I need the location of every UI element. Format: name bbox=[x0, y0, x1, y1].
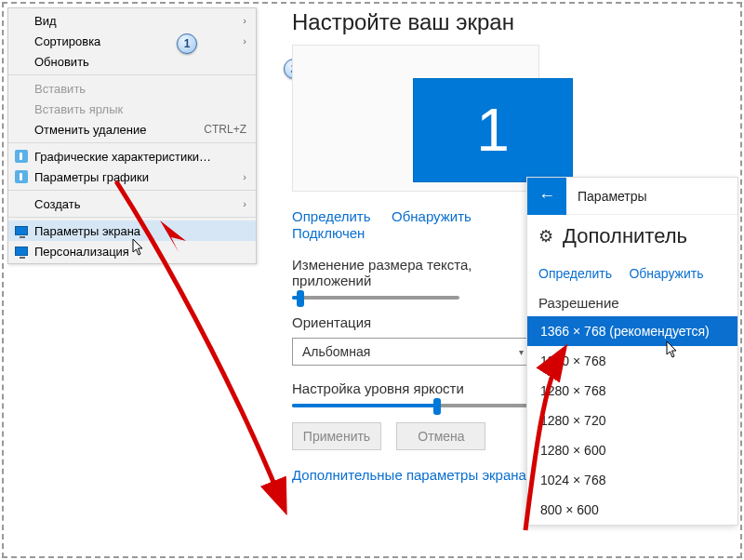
identify-link[interactable]: Определить bbox=[292, 208, 371, 224]
settings-icon bbox=[14, 149, 29, 164]
context-menu-item[interactable]: Сортировка› bbox=[8, 31, 256, 51]
brightness-label: Настройка уровня яркости bbox=[292, 380, 539, 396]
resolution-option[interactable]: 800 × 600 bbox=[527, 495, 737, 525]
context-menu-item[interactable]: Вид› bbox=[8, 10, 256, 31]
scale-label: Изменение размера текста, приложений bbox=[292, 257, 539, 288]
flyout-identify-link[interactable]: Определить bbox=[538, 266, 612, 281]
context-menu-item-label: Сортировка bbox=[34, 34, 243, 48]
context-menu-item-label: Графические характеристики… bbox=[34, 150, 246, 164]
monitor-tile-1[interactable]: 1 bbox=[414, 79, 572, 181]
cursor-icon bbox=[666, 340, 679, 359]
separator bbox=[8, 217, 256, 218]
context-menu-item-label: Вставить ярлык bbox=[34, 102, 246, 116]
context-menu-item-label: Параметры графики bbox=[34, 170, 243, 184]
context-menu-item: Вставить bbox=[8, 78, 256, 99]
display-settings-panel: Настройте ваш экран 1 Определить Обнаруж… bbox=[266, 6, 539, 554]
chevron-down-icon: ▾ bbox=[519, 347, 524, 357]
orientation-value: Альбомная bbox=[302, 344, 370, 359]
apply-button[interactable]: Применить bbox=[292, 422, 381, 450]
flyout-detect-link[interactable]: Обнаружить bbox=[629, 266, 703, 281]
flyout-header: Дополнитель bbox=[563, 224, 687, 248]
cursor-icon bbox=[132, 238, 145, 257]
detect-link[interactable]: Обнаружить bbox=[392, 208, 472, 224]
advanced-display-settings-link[interactable]: Дополнительные параметры экрана bbox=[292, 467, 526, 483]
display-arrangement-area[interactable]: 1 bbox=[292, 45, 539, 192]
orientation-label: Ориентация bbox=[292, 314, 539, 330]
callout-badge-1: 1 bbox=[177, 33, 197, 54]
context-menu-item-label: Вставить bbox=[34, 82, 246, 96]
context-menu-item[interactable]: Отменить удалениеCTRL+Z bbox=[8, 119, 256, 140]
page-title: Настройте ваш экран bbox=[292, 9, 539, 35]
orientation-select[interactable]: Альбомная ▾ bbox=[292, 338, 534, 366]
resolution-option[interactable]: 1360 × 768 bbox=[527, 346, 737, 376]
settings-icon bbox=[14, 169, 29, 184]
separator bbox=[8, 74, 256, 75]
monitor-icon bbox=[14, 223, 29, 238]
desktop-context-menu: Вид›Сортировка›ОбновитьВставитьВставить … bbox=[7, 7, 257, 264]
resolution-list[interactable]: 1366 × 768 (рекомендуется)1360 × 7681280… bbox=[527, 316, 737, 525]
cancel-button[interactable]: Отмена bbox=[396, 422, 485, 450]
context-menu-item[interactable]: Параметры графики› bbox=[8, 167, 256, 187]
resolution-option[interactable]: 1024 × 768 bbox=[527, 465, 737, 495]
context-menu-item[interactable]: Графические характеристики… bbox=[8, 146, 256, 167]
advanced-settings-flyout: ← Параметры ⚙ Дополнитель Определить Обн… bbox=[526, 177, 738, 526]
gear-icon: ⚙ bbox=[538, 226, 553, 247]
orientation-section: Ориентация Альбомная ▾ bbox=[292, 314, 539, 366]
chevron-right-icon: › bbox=[243, 15, 246, 26]
back-button[interactable]: ← bbox=[527, 178, 566, 215]
display-links-row: Определить Обнаружить Подключен bbox=[292, 208, 539, 242]
brightness-section: Настройка уровня яркости bbox=[292, 380, 539, 407]
chevron-right-icon: › bbox=[243, 171, 246, 182]
context-menu-item[interactable]: Создать› bbox=[8, 193, 256, 214]
separator bbox=[8, 190, 256, 191]
chevron-right-icon: › bbox=[243, 35, 246, 47]
chevron-right-icon: › bbox=[243, 198, 246, 209]
separator bbox=[8, 142, 256, 143]
context-menu-item[interactable]: Обновить bbox=[8, 51, 256, 72]
resolution-option[interactable]: 1280 × 600 bbox=[527, 435, 737, 465]
resolution-option[interactable]: 1280 × 768 bbox=[527, 376, 737, 406]
scale-section: Изменение размера текста, приложений bbox=[292, 257, 539, 300]
shortcut-label: CTRL+Z bbox=[204, 123, 246, 136]
context-menu-item: Вставить ярлык bbox=[8, 99, 256, 119]
resolution-option[interactable]: 1280 × 720 bbox=[527, 406, 737, 435]
context-menu-item-label: Отменить удаление bbox=[34, 123, 198, 137]
flyout-topbar-title: Параметры bbox=[566, 189, 737, 204]
apply-cancel-row: Применить Отмена bbox=[292, 422, 539, 450]
resolution-option[interactable]: 1366 × 768 (рекомендуется) bbox=[527, 316, 737, 346]
scale-slider[interactable] bbox=[292, 296, 459, 300]
brightness-slider[interactable] bbox=[292, 404, 534, 407]
context-menu-item-label: Обновить bbox=[34, 55, 246, 69]
monitor-icon bbox=[14, 244, 29, 259]
context-menu-item-label: Вид bbox=[34, 14, 243, 28]
connect-link[interactable]: Подключен bbox=[292, 225, 365, 241]
resolution-label: Разрешение bbox=[527, 286, 737, 316]
context-menu-item-label: Параметры экрана bbox=[34, 224, 246, 238]
context-menu-item-label: Создать bbox=[34, 197, 243, 211]
